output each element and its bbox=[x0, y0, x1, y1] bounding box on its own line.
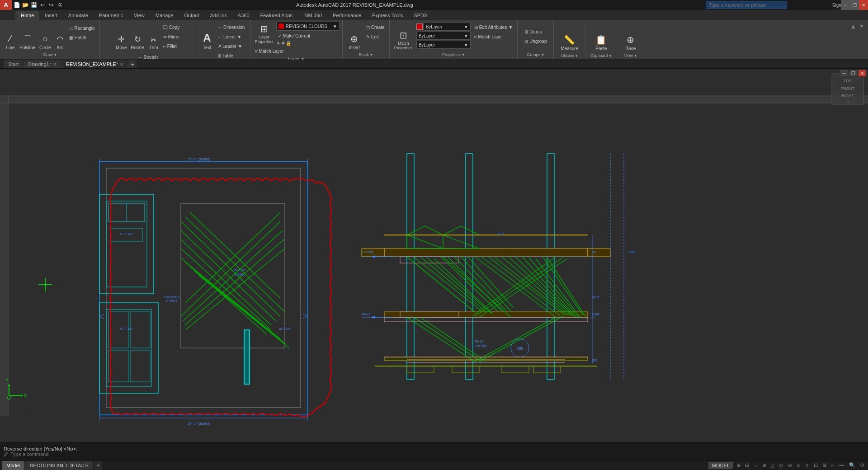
measure-button[interactable]: 📏 Measure bbox=[558, 23, 581, 52]
tab-insert[interactable]: Insert bbox=[39, 11, 63, 20]
qat-redo[interactable]: ↪ bbox=[47, 1, 55, 9]
new-layout-tab-button[interactable]: + bbox=[94, 461, 102, 470]
utilities-group-label[interactable]: Utilities ▼ bbox=[561, 53, 578, 59]
dynamic-input-button[interactable]: ◎ bbox=[777, 461, 785, 470]
qat-open[interactable]: 📂 bbox=[21, 1, 29, 9]
move-button[interactable]: ✛ Move bbox=[113, 22, 129, 52]
tab-a360[interactable]: A360 bbox=[232, 11, 255, 20]
layer-freeze-icon[interactable]: ❄ bbox=[281, 41, 285, 46]
new-tab-button[interactable]: + bbox=[128, 60, 137, 68]
app-button[interactable]: A bbox=[0, 0, 12, 10]
annotation-scale-button[interactable]: ↔ bbox=[829, 461, 837, 470]
view-group-label[interactable]: View ▼ bbox=[624, 53, 637, 59]
tab-addins[interactable]: Add-ins bbox=[205, 11, 232, 20]
layer-lock-icon[interactable]: 🔒 bbox=[286, 41, 291, 46]
command-input[interactable] bbox=[10, 451, 864, 457]
block-group-label[interactable]: Block ▼ bbox=[359, 52, 373, 58]
search-input[interactable] bbox=[706, 1, 787, 9]
create-button[interactable]: ◻ Create bbox=[364, 23, 387, 32]
base-button[interactable]: ⊕ Base bbox=[622, 23, 640, 52]
text-button[interactable]: A Text bbox=[199, 22, 215, 52]
tab-home[interactable]: Home bbox=[15, 11, 39, 20]
zoom-in-button[interactable]: 🔍 bbox=[848, 461, 856, 470]
tab-bim360[interactable]: BIM 360 bbox=[298, 11, 327, 20]
table-button[interactable]: ⊞ Table bbox=[216, 51, 246, 60]
minimize-button[interactable]: ─ bbox=[841, 0, 850, 10]
snap-button[interactable]: ⊞ bbox=[734, 461, 742, 470]
lineweight-button[interactable]: ⊛ bbox=[786, 461, 794, 470]
edit-block-button[interactable]: ✎ Edit bbox=[364, 32, 387, 41]
model-button[interactable]: MODEL bbox=[708, 462, 733, 469]
make-current-button[interactable]: ✓ Make Current bbox=[276, 31, 312, 40]
draw-group-label[interactable]: Draw ▼ bbox=[43, 52, 57, 58]
layer-properties-button[interactable]: ⊞ LayerProperties bbox=[253, 23, 275, 45]
properties-group-label[interactable]: Properties ▼ bbox=[442, 52, 465, 58]
color-dropdown[interactable]: ByLayer ▼ bbox=[424, 23, 471, 31]
tab-featured[interactable]: Featured Apps bbox=[255, 11, 298, 20]
edit-attributes-button[interactable]: ⊟ Edit Attributes ▼ bbox=[472, 23, 515, 32]
transparency-button[interactable]: ≡ bbox=[794, 461, 802, 470]
line-button[interactable]: ⁄ Line bbox=[4, 22, 17, 52]
linetype-dropdown[interactable]: ByLayer ▼ bbox=[416, 32, 471, 40]
ortho-button[interactable]: ○ bbox=[751, 461, 760, 470]
paste-button[interactable]: 📋 Paste bbox=[592, 23, 610, 52]
drawing-canvas[interactable]: 25'-0" (30000) 25'-0" (30000) 15-1 1/2" … bbox=[0, 69, 868, 442]
groups-group-label[interactable]: Groups ▼ bbox=[527, 52, 544, 58]
layer-dropdown[interactable]: REVISION CLOUDS ▼ bbox=[276, 22, 340, 31]
sections-details-tab[interactable]: SECTIONS AND DETAILS bbox=[25, 461, 93, 470]
qat-new[interactable]: 📄 bbox=[13, 1, 21, 9]
dimension-button[interactable]: ↔ Dimension bbox=[216, 23, 246, 32]
tab-performance[interactable]: Performance bbox=[327, 11, 367, 20]
lineweight-dropdown[interactable]: ByLayer ▼ bbox=[416, 41, 471, 49]
polyline-button[interactable]: ⌒ Polyline bbox=[18, 22, 37, 52]
close-revision-tab[interactable]: ✕ bbox=[120, 62, 123, 67]
ungroup-button[interactable]: ⊟ Ungroup bbox=[523, 37, 548, 46]
group-button[interactable]: ⊞ Group bbox=[523, 28, 544, 37]
mirror-button[interactable]: ⇔ Mirror bbox=[161, 32, 182, 41]
ribbon-overflow-button[interactable]: ▼ bbox=[858, 22, 865, 31]
fillet-button[interactable]: ⌐ Fillet bbox=[161, 42, 182, 51]
tab-revision-example[interactable]: REVISION_EXAMPLE* ✕ bbox=[61, 60, 128, 68]
annotation-visibility-button[interactable]: ⊷ bbox=[837, 461, 845, 470]
model-space-tab[interactable]: Model bbox=[2, 461, 24, 470]
tab-start[interactable]: Start bbox=[4, 60, 23, 68]
tab-spds[interactable]: SPDS bbox=[408, 11, 433, 20]
match-layer-button[interactable]: ≡ Match Layer bbox=[253, 47, 286, 56]
qat-print[interactable]: 🖨 bbox=[56, 1, 64, 9]
canvas-minimize-btn[interactable]: ─ bbox=[840, 70, 848, 77]
trim-button[interactable]: ✂ Trim bbox=[146, 22, 161, 52]
polar-button[interactable]: ⊕ bbox=[760, 461, 768, 470]
qat-save[interactable]: 💾 bbox=[30, 1, 38, 9]
minimize-ribbon-button[interactable]: ▲ bbox=[849, 22, 857, 31]
match-layer-props-button[interactable]: ≡ Match Layer bbox=[472, 32, 515, 41]
tab-output[interactable]: Output bbox=[179, 11, 205, 20]
insert-button[interactable]: ⊕ Insert bbox=[345, 22, 363, 52]
grid-button[interactable]: ⊟ bbox=[743, 461, 751, 470]
linear-button[interactable]: ← Linear ▼ bbox=[216, 32, 246, 41]
qat-undo[interactable]: ↩ bbox=[38, 1, 47, 9]
canvas-restore-btn[interactable]: ❐ bbox=[849, 70, 857, 77]
clipboard-group-label[interactable]: Clipboard ▼ bbox=[590, 53, 612, 59]
restore-button[interactable]: ❐ bbox=[850, 0, 859, 10]
copy-button[interactable]: ❑ Copy bbox=[161, 23, 182, 32]
dynamic-ucs-button[interactable]: ⊠ bbox=[820, 461, 828, 470]
close-drawing1-tab[interactable]: ✕ bbox=[53, 62, 57, 67]
canvas-close-btn[interactable]: ✕ bbox=[858, 70, 866, 77]
osnap-button[interactable]: △ bbox=[769, 461, 777, 470]
selection-cycling-button[interactable]: # bbox=[803, 461, 811, 470]
rotate-button[interactable]: ↻ Rotate bbox=[129, 22, 146, 52]
3d-osnap-button[interactable]: ⊡ bbox=[811, 461, 820, 470]
circle-button[interactable]: ○ Circle bbox=[38, 22, 53, 52]
arc-button[interactable]: ◠ Arc bbox=[53, 22, 67, 52]
leader-button[interactable]: ↗ Leader ▼ bbox=[216, 42, 246, 51]
match-properties-button[interactable]: ⊡ MatchProperties bbox=[392, 22, 415, 52]
workspace-settings-button[interactable]: ⚙ bbox=[858, 461, 866, 470]
tab-view[interactable]: View bbox=[128, 11, 150, 20]
tab-manage[interactable]: Manage bbox=[150, 11, 179, 20]
close-button[interactable]: ✕ bbox=[859, 0, 868, 10]
rectangle-button[interactable]: ▭ Rectangle bbox=[67, 24, 97, 33]
layer-sun-icon[interactable]: ☀ bbox=[276, 41, 280, 46]
tab-parametric[interactable]: Parametric bbox=[94, 11, 128, 20]
hatch-button[interactable]: ▦ Hatch bbox=[67, 33, 97, 42]
tab-drawing1[interactable]: Drawing1* ✕ bbox=[24, 60, 61, 68]
